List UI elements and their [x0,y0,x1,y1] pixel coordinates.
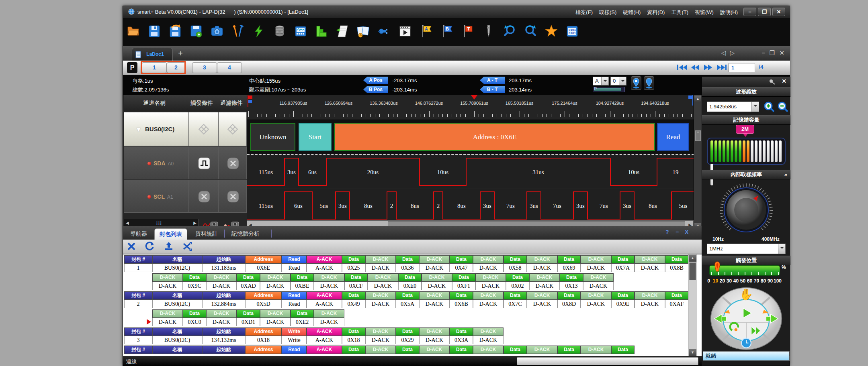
goto-b-pin-button[interactable] [644,76,654,90]
packet-value-cell[interactable]: 0X49 [342,300,365,308]
packet-value-cell[interactable]: BUS0(I2C) [152,300,202,308]
packet-value-cell[interactable]: D-ACK [581,300,611,308]
menu-w[interactable]: 視窗(W) [695,9,714,15]
decode-address[interactable]: Address : 0X6E [334,123,655,151]
packet-value-cell[interactable]: 0X7C [504,300,527,308]
page-first-button[interactable] [677,64,688,71]
panel-close-button[interactable]: X [685,229,688,235]
video-icon[interactable] [397,23,414,40]
page-last-button[interactable] [716,64,727,71]
menu-f[interactable]: 檔案(F) [575,9,593,15]
packet-value-cell[interactable]: D-ACK [314,282,344,290]
panel-close-icon[interactable]: ✕ [782,78,786,84]
packet-value-cell[interactable]: 0X13 [560,282,583,290]
favorite-icon[interactable] [543,23,560,40]
packet-value-cell[interactable]: D-ACK [473,264,504,272]
menu-t[interactable]: 工具(T) [671,9,688,15]
tab-ladoc1[interactable]: LaDoc1 [132,48,173,61]
packet-value-cell[interactable]: A-ACK [307,300,342,308]
packet-value-cell[interactable]: 0X5D [245,300,282,308]
tab-navigator[interactable]: 導航器 [125,228,152,240]
packet-value-cell[interactable]: D-ACK [527,300,557,308]
packet-value-cell[interactable]: D-ACK [365,300,396,308]
tab-scroll-right-icon[interactable]: ▷ [730,49,735,57]
packet-value-cell[interactable]: A-ACK [307,336,342,344]
packet-value-cell[interactable]: 0X7A [611,264,635,272]
panel-help-button[interactable]: ? [665,229,669,235]
packet-value-cell[interactable]: D-ACK [635,300,665,308]
packet-value-cell[interactable]: D-ACK [475,282,506,290]
packet-value-cell[interactable]: 0X29 [396,336,419,344]
analyzer-icon[interactable] [292,23,309,40]
scroll-right-icon[interactable]: ▶ [193,221,197,225]
page-next-button[interactable] [703,64,713,71]
decode-start[interactable]: Start [299,123,332,151]
packet-value-cell[interactable]: 0X5A [396,300,419,308]
packet-value-cell[interactable]: D-ACK [527,264,557,272]
doc-close-button[interactable]: ✕ [779,49,784,57]
tab-memory-analysis[interactable]: 記憶體分析 [227,228,264,240]
memory-led-bar[interactable] [707,138,786,165]
sample-rate-combo[interactable]: 1MHz [707,244,786,254]
packet-value-cell[interactable]: 0XC0 [183,318,206,326]
doc-minimize-button[interactable]: − [762,49,765,56]
packet-value-cell[interactable]: 2 [124,300,152,308]
decode-unknown[interactable]: Unknown [250,123,295,151]
navigation-wheel[interactable]: ✋ [709,287,783,350]
page-number-input[interactable]: 1 [729,63,755,72]
packet-value-cell[interactable]: 0X25 [342,264,365,272]
packet-value-cell[interactable]: D-ACK [152,318,183,326]
find-next-icon[interactable] [522,23,539,40]
timeline-ruler[interactable]: 116.937905us126.650694us136.363483us146.… [247,95,694,119]
marker-select-a[interactable]: A [593,77,609,85]
bus0-filter-cell[interactable] [218,112,247,146]
marker-select-0[interactable]: 0 [610,77,626,85]
chevron-down-icon[interactable] [619,77,626,85]
goto-a-pin-button[interactable] [631,76,641,90]
sda-trigger-cell[interactable] [189,146,218,179]
packet-value-cell[interactable]: 0X9E [611,300,635,308]
a-t-badge[interactable]: A - T [480,77,505,84]
packet-value-cell[interactable]: 0X8D [557,300,581,308]
b-t-badge[interactable]: B - T [480,86,505,93]
find-prev-icon[interactable] [501,23,518,40]
menu-d[interactable]: 資料(D) [647,9,665,15]
packet-value-cell[interactable]: D-ACK [365,336,396,344]
packet-value-cell[interactable]: 1 [124,264,152,272]
packet-value-cell[interactable]: D-ACK [419,264,450,272]
packet-value-cell[interactable]: Write [282,336,307,344]
tools-icon[interactable] [229,23,246,40]
scroll-handle[interactable]: ≡ [695,130,701,141]
save-as-icon[interactable] [167,23,184,40]
packet-value-cell[interactable]: 0XE2 [291,318,314,326]
scl-wave[interactable]: 115us6us5us3us8us28us28us3us7us3us7us3us… [247,189,694,222]
open-file-icon[interactable] [125,23,142,40]
packet-value-cell[interactable]: D-ACK [473,300,504,308]
save-icon[interactable] [146,23,163,40]
b-pos-badge[interactable]: B Pos [363,86,388,93]
chevron-down-icon[interactable] [751,102,759,112]
packet-value-cell[interactable]: D-ACK [635,264,665,272]
packet-value-cell[interactable]: D-ACK [314,318,344,326]
trigger-run-icon[interactable] [250,23,267,40]
packet-value-cell[interactable]: BUS0(I2C) [152,264,202,272]
packet-value-cell[interactable]: D-ACK [529,282,560,290]
packet-value-cell[interactable]: 0XD1 [237,318,260,326]
packet-value-cell[interactable]: D-ACK [206,318,237,326]
slider-marker-icon[interactable] [713,261,722,273]
zoom-value-combo[interactable]: 1.942558us [707,102,759,112]
sda-filter-cell[interactable] [218,146,247,179]
page-button-3[interactable]: 3 [192,62,217,73]
menu-h[interactable]: 硬體(H) [623,9,641,15]
sample-rate-knob[interactable] [718,182,774,238]
chevron-down-icon[interactable] [601,77,608,85]
filter-icon[interactable] [334,23,351,40]
packet-value-cell[interactable]: D-ACK [368,282,398,290]
scl-name-cell[interactable]: SCLA1 [124,180,189,213]
save-settings-icon[interactable] [188,23,205,40]
statistics-icon[interactable] [313,23,330,40]
packet-value-cell[interactable]: D-ACK [365,264,396,272]
packet-value-cell[interactable]: 132.884ms [202,300,245,308]
packet-value-cell[interactable]: BUS0(I2C) [152,336,202,344]
packet-value-cell[interactable]: 0XAD [237,282,260,290]
